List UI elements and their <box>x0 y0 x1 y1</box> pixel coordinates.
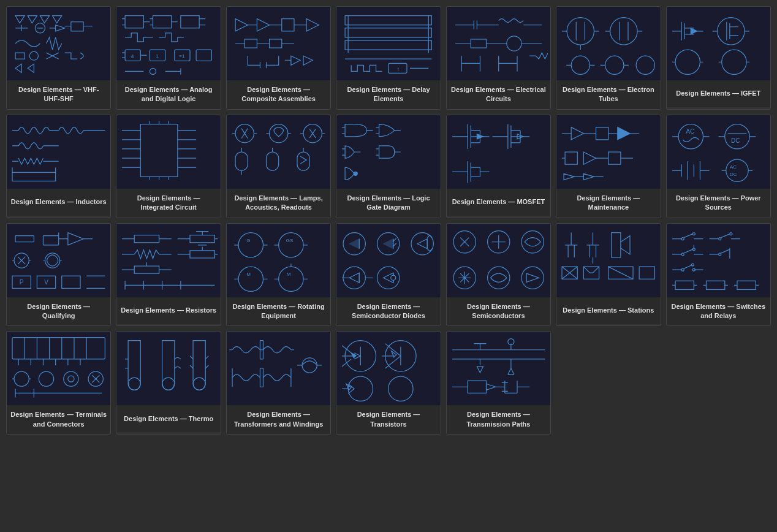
card-label-analog-digital: Design Elements — Analog and Digital Log… <box>116 80 220 109</box>
card-label-thermo: Design Elements — Thermo <box>116 405 220 432</box>
svg-text:=1: =1 <box>180 53 186 59</box>
svg-point-124 <box>721 50 746 74</box>
card-vhf-uhf-shf[interactable]: Design Elements — VHF-UHF-SHF <box>6 6 111 110</box>
svg-line-360 <box>583 267 589 273</box>
card-stations[interactable]: Design Elements — Stations <box>556 223 661 327</box>
svg-point-430 <box>193 378 205 390</box>
svg-point-89 <box>567 18 594 45</box>
svg-point-184 <box>354 172 357 175</box>
card-logic-gate[interactable]: Design Elements — Logic Gate Diagram <box>336 115 441 218</box>
svg-marker-315 <box>349 238 359 248</box>
svg-rect-10 <box>71 22 83 31</box>
card-image-analog-digital: & 1 =1 <box>116 7 220 80</box>
card-image-composite <box>227 7 330 80</box>
card-image-transmission <box>447 332 550 405</box>
card-transmission[interactable]: Design Elements — Transmission Paths <box>446 331 551 435</box>
svg-rect-19 <box>126 16 144 28</box>
svg-rect-48 <box>282 19 294 31</box>
svg-rect-222 <box>608 152 621 164</box>
card-label-stations: Design Elements — Stations <box>556 297 660 324</box>
card-analog-digital[interactable]: & 1 =1 Design Elements — Analog and Digi… <box>116 6 221 110</box>
svg-rect-270 <box>62 276 80 288</box>
card-delay[interactable]: t Design Elements — Delay Elements <box>336 6 441 110</box>
card-igfet[interactable]: Design Elements — IGFET <box>666 6 771 110</box>
svg-line-432 <box>190 365 193 368</box>
svg-marker-60 <box>303 56 313 65</box>
svg-point-414 <box>14 371 29 386</box>
card-label-power-sources: Design Elements — Power Sources <box>667 189 770 218</box>
svg-point-367 <box>681 237 684 240</box>
svg-point-333 <box>391 275 396 280</box>
card-label-transmission: Design Elements — Transmission Paths <box>447 405 550 434</box>
svg-rect-165 <box>235 152 248 170</box>
card-image-thermo <box>116 332 220 405</box>
svg-rect-274 <box>135 235 159 242</box>
card-inductors[interactable]: Design Elements — Inductors <box>6 115 111 218</box>
svg-marker-3 <box>53 16 62 23</box>
svg-point-377 <box>681 253 684 255</box>
svg-rect-218 <box>565 152 577 164</box>
svg-text:P: P <box>20 279 24 286</box>
svg-rect-134 <box>12 172 56 181</box>
svg-rect-168 <box>266 152 278 170</box>
svg-point-233 <box>724 124 749 148</box>
card-terminals[interactable]: Design Elements — Terminals and Connecto… <box>6 331 111 435</box>
card-image-switches-relays <box>667 224 770 297</box>
svg-text:&: & <box>131 53 135 59</box>
svg-marker-17 <box>15 64 21 72</box>
svg-rect-392 <box>675 281 694 289</box>
card-label-logic-gate: Design Elements — Logic Gate Diagram <box>336 189 440 218</box>
card-label-electron-tubes: Design Elements — Electron Tubes <box>556 80 660 109</box>
svg-point-244 <box>726 159 748 181</box>
svg-point-305 <box>238 267 263 291</box>
card-composite[interactable]: Design Elements — Composite Assemblies <box>226 6 331 110</box>
card-image-delay: t <box>336 7 440 80</box>
card-image-vhf-uhf-shf <box>7 7 110 80</box>
svg-line-378 <box>684 249 692 253</box>
svg-point-419 <box>68 376 74 382</box>
card-semiconductor-diodes[interactable]: Design Elements — Semiconductor Diodes <box>336 223 441 327</box>
card-transistors[interactable]: Design Elements — Transistors <box>336 331 441 435</box>
card-rotating[interactable]: G GS M M Design Elements — Rotating Equi… <box>226 223 331 327</box>
svg-line-433 <box>206 356 209 359</box>
card-power-sources[interactable]: AC DC AC DC Design Elements — Power Sour… <box>666 115 771 218</box>
svg-rect-78 <box>471 39 486 48</box>
card-maintenance[interactable]: Design Elements — Maintenance <box>556 115 661 218</box>
svg-marker-210 <box>571 127 583 139</box>
card-electrical-circuits[interactable]: Design Elements — Electrical Circuits <box>446 6 551 110</box>
svg-point-106 <box>636 56 654 74</box>
card-image-inductors <box>7 115 110 189</box>
card-image-semiconductors <box>447 224 550 297</box>
svg-line-456 <box>342 359 351 367</box>
card-mosfet[interactable]: Design Elements — MOSFET <box>446 115 551 218</box>
card-label-inductors: Design Elements — Inductors <box>7 189 110 216</box>
svg-rect-55 <box>269 39 281 48</box>
svg-line-481 <box>511 368 514 374</box>
card-label-terminals: Design Elements — Terminals and Connecto… <box>7 405 110 434</box>
card-label-vhf-uhf-shf: Design Elements — VHF-UHF-SHF <box>7 80 110 109</box>
svg-marker-346 <box>526 273 539 282</box>
card-transformers[interactable]: Design Elements — Transformers and Windi… <box>226 331 331 435</box>
svg-rect-53 <box>244 39 257 48</box>
svg-line-384 <box>721 249 729 253</box>
card-integrated-circuit[interactable]: Design Elements — Integrated Circuit <box>116 115 221 218</box>
svg-line-480 <box>508 368 511 374</box>
card-resistors[interactable]: Design Elements — Resistors <box>116 223 221 327</box>
card-image-transistors <box>336 332 440 405</box>
svg-marker-18 <box>28 64 34 72</box>
card-semiconductors[interactable]: Design Elements — Semiconductors <box>446 223 551 327</box>
card-label-delay: Design Elements — Delay Elements <box>336 80 440 109</box>
card-lamps[interactable]: Design Elements — Lamps, Acoustics, Read… <box>226 115 331 218</box>
card-label-mosfet: Design Elements — MOSFET <box>447 189 550 216</box>
svg-marker-1 <box>28 16 37 23</box>
svg-marker-323 <box>417 238 427 248</box>
svg-point-429 <box>162 378 175 390</box>
svg-rect-401 <box>12 338 105 359</box>
card-image-igfet <box>667 7 770 80</box>
card-thermo[interactable]: Design Elements — Thermo <box>116 331 221 435</box>
card-electron-tubes[interactable]: Design Elements — Electron Tubes <box>556 6 661 110</box>
card-label-qualifying: Design Elements — Qualifying <box>7 297 110 326</box>
svg-line-321 <box>393 243 396 246</box>
card-switches-relays[interactable]: Design Elements — Switches and Relays <box>666 223 771 327</box>
card-qualifying[interactable]: P V Design Elements — Qualifying <box>6 223 111 327</box>
